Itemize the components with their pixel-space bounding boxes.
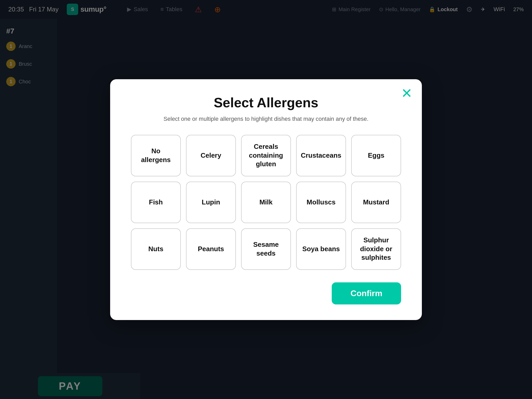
allergen-label: Mustard [363,198,389,207]
allergen-celery[interactable]: Celery [186,135,236,176]
allergen-peanuts[interactable]: Peanuts [186,228,236,270]
allergen-nuts[interactable]: Nuts [131,228,181,270]
allergen-grid: No allergens Celery Cereals containing g… [131,135,401,270]
modal-title: Select Allergens [131,95,401,110]
allergen-cereals-gluten[interactable]: Cereals containing gluten [241,135,291,176]
allergen-label: No allergens [136,147,176,164]
allergen-molluscs[interactable]: Molluscs [296,182,346,223]
allergen-label: Fish [149,198,163,207]
modal-footer: Confirm [131,282,401,304]
allergen-no-allergens[interactable]: No allergens [131,135,181,176]
allergen-label: Celery [201,151,221,160]
allergen-label: Milk [260,198,273,207]
allergen-eggs[interactable]: Eggs [351,135,401,176]
allergen-label: Peanuts [198,245,224,254]
allergen-milk[interactable]: Milk [241,182,291,223]
allergen-label: Lupin [202,198,220,207]
allergen-label: Sulphur dioxide or sulphites [356,236,396,262]
modal-overlay: ✕ Select Allergens Select one or multipl… [0,0,532,399]
allergen-label: Sesame seeds [246,240,286,258]
allergen-fish[interactable]: Fish [131,182,181,223]
allergen-soya-beans[interactable]: Soya beans [296,228,346,270]
allergen-label: Cereals containing gluten [246,142,286,169]
modal-subtitle: Select one or multiple allergens to high… [131,116,401,122]
allergen-label: Eggs [368,151,384,160]
allergen-label: Nuts [148,245,163,254]
allergen-label: Molluscs [307,198,335,207]
allergen-crustaceans[interactable]: Crustaceans [296,135,346,176]
confirm-button[interactable]: Confirm [332,282,401,304]
close-button[interactable]: ✕ [401,87,413,100]
allergen-label: Crustaceans [301,151,341,160]
allergen-lupin[interactable]: Lupin [186,182,236,223]
allergen-label: Soya beans [302,245,340,254]
allergen-mustard[interactable]: Mustard [351,182,401,223]
allergen-sesame-seeds[interactable]: Sesame seeds [241,228,291,270]
allergens-modal: ✕ Select Allergens Select one or multipl… [110,79,422,320]
allergen-sulphur[interactable]: Sulphur dioxide or sulphites [351,228,401,270]
